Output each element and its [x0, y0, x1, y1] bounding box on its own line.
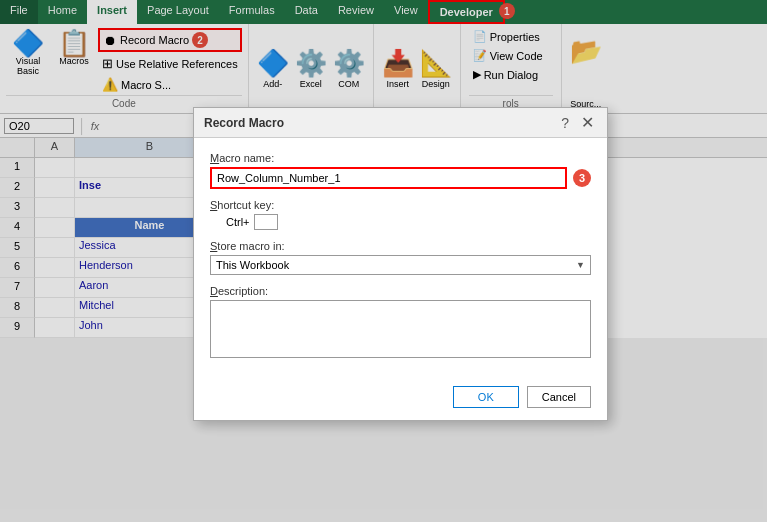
record-macro-dialog: Record Macro ? ✕ Macro name: 3 Shortcut …	[193, 107, 608, 421]
description-label: Description:	[210, 285, 591, 297]
dialog-help-button[interactable]: ?	[558, 115, 572, 131]
store-select-wrapper: This Workbook New Workbook Personal Macr…	[210, 255, 591, 275]
store-macro-label: Store macro in:	[210, 240, 591, 252]
dialog-title: Record Macro	[204, 116, 284, 130]
store-macro-select[interactable]: This Workbook New Workbook Personal Macr…	[210, 255, 591, 275]
shortcut-key-row: Ctrl+	[210, 214, 591, 230]
dialog-titlebar: Record Macro ? ✕	[194, 108, 607, 138]
macro-name-group: Macro name: 3	[210, 152, 591, 189]
shortcut-input[interactable]	[254, 214, 278, 230]
macro-name-label: Macro name:	[210, 152, 591, 164]
description-group: Description:	[210, 285, 591, 360]
ok-button[interactable]: OK	[453, 386, 519, 408]
dialog-body: Macro name: 3 Shortcut key: Ctrl+ Store …	[194, 138, 607, 380]
dialog-footer: OK Cancel	[194, 380, 607, 420]
ctrl-label: Ctrl+	[226, 216, 250, 228]
cancel-button[interactable]: Cancel	[527, 386, 591, 408]
shortcut-key-group: Shortcut key: Ctrl+	[210, 199, 591, 230]
macro-name-input[interactable]	[210, 167, 567, 189]
store-macro-group: Store macro in: This Workbook New Workbo…	[210, 240, 591, 275]
dialog-titlebar-controls: ? ✕	[558, 113, 597, 132]
macro-name-badge: 3	[573, 169, 591, 187]
shortcut-key-label: Shortcut key:	[210, 199, 591, 211]
description-textarea[interactable]	[210, 300, 591, 358]
dialog-close-button[interactable]: ✕	[578, 113, 597, 132]
